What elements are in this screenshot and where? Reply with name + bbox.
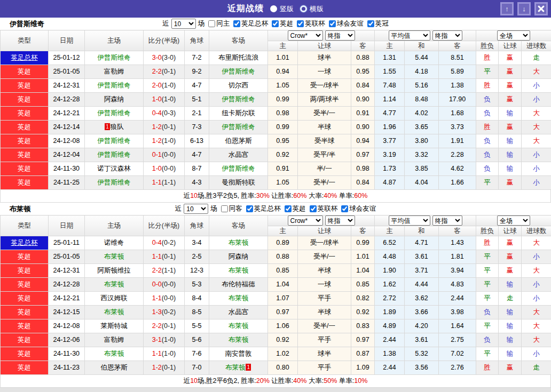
team-name-text[interactable]: 诺丁汉森林 — [97, 165, 131, 172]
move-down-button[interactable]: ↓ — [517, 2, 531, 15]
team-name-text[interactable]: 阿斯顿维拉 — [97, 267, 131, 274]
league-filter-item[interactable]: 球会友谊 — [325, 19, 364, 28]
layout-radio-vertical[interactable]: 竖版 — [270, 4, 294, 14]
team-name-text[interactable]: 狼队 — [111, 123, 124, 131]
league-type-cell[interactable]: 英超 — [1, 65, 49, 79]
team-name-text[interactable]: 水晶宫 — [229, 151, 249, 158]
league-type-cell[interactable]: 英超 — [1, 264, 49, 278]
league-filter-checkbox[interactable] — [341, 205, 348, 212]
team-name-text[interactable]: 伊普斯维奇 — [222, 68, 255, 75]
league-type-cell[interactable]: 英超 — [1, 121, 49, 134]
league-filter-checkbox[interactable] — [329, 20, 336, 27]
team-name-text[interactable]: 伊普斯维奇 — [97, 137, 131, 145]
league-type-cell[interactable]: 英超 — [1, 292, 49, 306]
league-type-cell[interactable]: 英超 — [1, 176, 49, 190]
team-name-text[interactable]: 布莱顿 — [225, 364, 246, 371]
scope-select[interactable]: 全场 — [497, 215, 530, 226]
move-up-button[interactable]: ↑ — [500, 2, 514, 15]
team-name-text[interactable]: 伊普斯维奇 — [222, 95, 255, 103]
recent-count-select[interactable]: 10 — [171, 19, 196, 29]
league-filter-checkbox[interactable] — [246, 205, 253, 212]
avg-company-select[interactable]: 平均值 — [389, 30, 430, 41]
league-type-cell[interactable]: 英足总杯 — [1, 51, 49, 65]
league-type-cell[interactable]: 英超 — [1, 148, 49, 162]
team-name-text[interactable]: 伊普斯维奇 — [97, 54, 131, 61]
team-name-text[interactable]: 伯恩茅斯 — [225, 137, 252, 145]
league-type-cell[interactable]: 英足总杯 — [1, 236, 49, 250]
league-type-cell[interactable]: 英超 — [1, 333, 49, 347]
league-type-cell[interactable]: 英超 — [1, 107, 49, 121]
same-venue-filter[interactable]: 同主 — [204, 19, 230, 28]
team-name-text[interactable]: 布莱顿 — [229, 239, 249, 246]
same-venue-filter[interactable]: 同客 — [217, 204, 242, 213]
odds-stage-select[interactable]: 终指 — [325, 30, 355, 41]
recent-count-select[interactable]: 10 — [184, 204, 208, 214]
close-button[interactable] — [534, 2, 548, 15]
league-type-cell[interactable]: 英超 — [1, 306, 49, 319]
league-type-cell[interactable]: 英超 — [1, 361, 49, 375]
team-name-text[interactable]: 阿森纳 — [229, 253, 249, 260]
team-name-text[interactable]: 诺维奇 — [104, 239, 124, 246]
team-name-text[interactable]: 布莱顿 — [104, 281, 124, 288]
odds-company-select[interactable]: Crow* — [288, 30, 323, 41]
team-name-text[interactable]: 伊普斯维奇 — [97, 82, 131, 89]
league-filter-item[interactable]: 英超 — [281, 204, 306, 213]
team-name-text[interactable]: 布莱顿 — [229, 294, 249, 302]
team-name-text[interactable]: 莱斯特城 — [101, 322, 128, 330]
league-filter-checkbox[interactable] — [367, 20, 374, 27]
team-name-text[interactable]: 伊普斯维奇 — [97, 109, 131, 117]
league-filter-checkbox[interactable] — [310, 205, 317, 212]
team-name-text[interactable]: 南安普敦 — [225, 350, 252, 357]
league-filter-item[interactable]: 球会友谊 — [337, 204, 376, 213]
league-type-cell[interactable]: 英超 — [1, 319, 49, 333]
avg-home-odds-cell: 6.52 — [375, 236, 405, 250]
team-name-text[interactable]: 水晶宫 — [229, 308, 249, 316]
league-filter-item[interactable]: 英冠 — [364, 19, 389, 28]
team-name-text[interactable]: 伊普斯维奇 — [97, 179, 131, 186]
odds-stage-select[interactable]: 终指 — [325, 215, 355, 226]
league-type-cell[interactable]: 英超 — [1, 347, 49, 361]
league-type-cell[interactable]: 英超 — [1, 162, 49, 176]
team-name-text[interactable]: 布莱顿 — [229, 322, 249, 330]
team-name-text[interactable]: 布里斯托流浪 — [218, 54, 258, 61]
team-name-text[interactable]: 伊普斯维奇 — [222, 123, 255, 131]
team-name-text[interactable]: 纽卡斯尔联 — [222, 109, 255, 117]
league-filter-checkbox[interactable] — [272, 20, 279, 27]
league-filter-checkbox[interactable] — [297, 20, 304, 27]
team-name-text[interactable]: 富勒姆 — [104, 68, 124, 75]
team-name-text[interactable]: 布伦特福德 — [222, 281, 255, 288]
league-filter-item[interactable]: 英联杯 — [293, 19, 325, 28]
avg-company-select[interactable]: 平均值 — [389, 215, 430, 226]
team-name-text[interactable]: 切尔西 — [229, 82, 249, 89]
avg-stage-select[interactable]: 终指 — [432, 215, 462, 226]
avg-stage-select[interactable]: 终指 — [432, 30, 462, 41]
odds-company-select[interactable]: Crow* — [288, 215, 323, 226]
league-filter-checkbox[interactable] — [285, 205, 292, 212]
league-filter-item[interactable]: 英超 — [268, 19, 293, 28]
team-name-text[interactable]: 布莱顿 — [229, 267, 249, 274]
league-type-cell[interactable]: 英超 — [1, 278, 49, 292]
team-name-text[interactable]: 布莱顿 — [104, 308, 124, 316]
league-filter-item[interactable]: 英足总杯 — [230, 19, 268, 28]
league-type-cell[interactable]: 英超 — [1, 134, 49, 148]
layout-radio-horizontal[interactable]: 横版 — [300, 4, 324, 14]
team-name-text[interactable]: 阿森纳 — [104, 95, 124, 103]
same-venue-checkbox[interactable] — [208, 20, 215, 27]
league-filter-checkbox[interactable] — [233, 20, 240, 27]
team-name-text[interactable]: 布莱顿 — [229, 336, 249, 343]
team-name-text[interactable]: 西汉姆联 — [101, 294, 128, 302]
team-name-text[interactable]: 伯恩茅斯 — [101, 364, 128, 371]
team-name-text[interactable]: 布莱顿 — [104, 253, 124, 260]
league-type-cell[interactable]: 英超 — [1, 250, 49, 264]
scope-select[interactable]: 全场 — [497, 30, 530, 41]
league-type-cell[interactable]: 英超 — [1, 79, 49, 93]
team-name-text[interactable]: 布莱顿 — [104, 350, 124, 357]
team-name-text[interactable]: 伊普斯维奇 — [222, 165, 255, 172]
league-filter-item[interactable]: 英足总杯 — [242, 204, 281, 213]
same-venue-checkbox[interactable] — [221, 205, 228, 212]
team-name-text[interactable]: 伊普斯维奇 — [97, 151, 131, 158]
team-name-text[interactable]: 曼彻斯特联 — [222, 179, 255, 186]
league-filter-item[interactable]: 英联杯 — [306, 204, 338, 213]
league-type-cell[interactable]: 英超 — [1, 93, 49, 107]
team-name-text[interactable]: 富勒姆 — [104, 336, 124, 343]
